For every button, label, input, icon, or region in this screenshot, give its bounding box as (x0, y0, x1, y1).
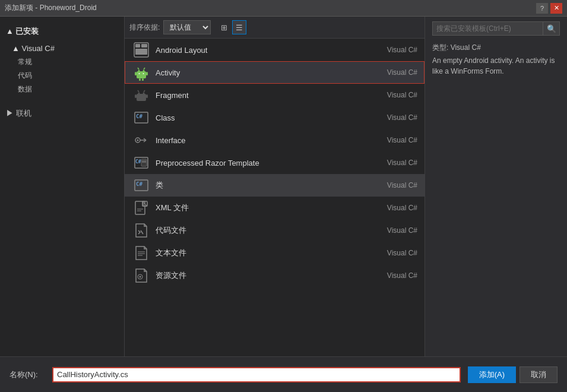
list-view-button[interactable]: ☰ (232, 20, 246, 34)
svg-line-8 (144, 68, 145, 69)
item-name: Activity (156, 68, 387, 77)
item-type: Visual C# (387, 271, 417, 280)
title-bar: 添加新项 - Phoneword_Droid ? ✕ (0, 0, 567, 17)
installed-header[interactable]: ▲ 已安装 (0, 24, 124, 39)
list-item[interactable]: C# Class Visual C# (125, 106, 425, 129)
svg-line-18 (138, 90, 139, 92)
list-item[interactable]: Fragment Visual C# (125, 84, 425, 106)
svg-rect-20 (135, 94, 137, 98)
item-type: Visual C# (387, 136, 417, 144)
close-button[interactable]: ✕ (550, 3, 562, 14)
cancel-button[interactable]: 取消 (520, 366, 558, 383)
svg-point-25 (137, 140, 139, 141)
description-text: An empty Android activity. An activity i… (432, 55, 560, 77)
sidebar: ▲ 已安装 ▲ Visual C# 常规 代码 数据 ▶ 联机 (0, 17, 125, 356)
list-item[interactable]: Android Layout Visual C# (125, 39, 425, 61)
interface-icon (132, 131, 151, 150)
list-item[interactable]: 代码文件 Visual C# (125, 219, 425, 242)
item-type: Visual C# (387, 68, 417, 77)
installed-section: ▲ 已安装 ▲ Visual C# 常规 代码 数据 (0, 21, 124, 101)
svg-text:C#: C# (135, 159, 141, 165)
visual-cs-header[interactable]: ▲ Visual C# (0, 42, 124, 55)
class-icon: C# (132, 108, 151, 127)
normal-label: 常规 (18, 58, 32, 66)
help-button[interactable]: ? (536, 3, 548, 14)
svg-rect-3 (135, 49, 147, 55)
list-item[interactable]: 文本文件 Visual C# (125, 242, 425, 264)
sort-select[interactable]: 默认值 (163, 20, 211, 34)
network-header[interactable]: ▶ 联机 (0, 106, 124, 121)
svg-line-40 (141, 230, 143, 234)
sidebar-item-normal[interactable]: 常规 (0, 55, 124, 69)
search-input[interactable] (432, 21, 543, 36)
svg-rect-21 (146, 94, 148, 98)
window-controls: ? ✕ (536, 3, 562, 14)
sort-label: 排序依据: (129, 23, 160, 33)
name-input[interactable] (52, 367, 461, 382)
list-item[interactable]: 资源文件 Visual C# (125, 264, 425, 287)
razor-icon: C# (132, 153, 151, 172)
svg-point-9 (139, 73, 140, 74)
svg-point-16 (138, 93, 140, 94)
code-file-icon (132, 221, 151, 240)
svg-text:C#: C# (136, 181, 142, 187)
item-type: Visual C# (387, 91, 417, 99)
list-item[interactable]: C# Preprocessed Razor Template Visual C# (125, 151, 425, 174)
svg-rect-11 (135, 72, 137, 75)
xml-icon (132, 198, 151, 217)
installed-label: ▲ 已安装 (6, 26, 39, 37)
item-type: Visual C# (387, 113, 417, 122)
list-item[interactable]: XML 文件 Visual C# (125, 197, 425, 219)
lei-icon: C# (132, 176, 151, 195)
bottom-buttons: 添加(A) 取消 (468, 366, 558, 383)
item-type: Visual C# (387, 159, 417, 167)
add-button[interactable]: 添加(A) (468, 366, 516, 383)
svg-rect-15 (137, 94, 146, 101)
svg-rect-13 (139, 78, 141, 81)
item-list: Android Layout Visual C# (125, 39, 425, 356)
view-icons: ⊞ ☰ (217, 20, 246, 34)
svg-line-7 (138, 68, 139, 69)
search-button[interactable]: 🔍 (543, 21, 560, 36)
svg-rect-1 (135, 44, 140, 48)
item-type: Visual C# (387, 204, 417, 212)
grid-view-button[interactable]: ⊞ (217, 20, 231, 34)
item-type: Visual C# (387, 249, 417, 257)
item-name: 类 (156, 180, 387, 191)
search-icon: 🔍 (547, 24, 556, 33)
item-type: Visual C# (387, 181, 417, 189)
bottom-bar: 名称(N): 添加(A) 取消 (0, 356, 567, 392)
svg-rect-12 (146, 72, 148, 75)
sidebar-item-code[interactable]: 代码 (0, 69, 124, 83)
item-name: XML 文件 (156, 203, 387, 213)
grid-icon: ⊞ (221, 23, 227, 32)
list-icon: ☰ (236, 23, 243, 32)
name-label: 名称(N): (9, 369, 45, 380)
list-item[interactable]: Activity Visual C# (125, 61, 425, 84)
text-file-icon (132, 244, 151, 263)
item-type: Visual C# (387, 46, 417, 54)
list-item[interactable]: Interface Visual C# (125, 129, 425, 151)
item-name: 代码文件 (156, 225, 387, 236)
list-item[interactable]: C# 类 Visual C# (125, 174, 425, 197)
item-name: Preprocessed Razor Template (156, 159, 387, 167)
svg-text:C#: C# (136, 113, 142, 119)
right-panel: 🔍 类型: Visual C# An empty Android activit… (425, 17, 567, 356)
title-text: 添加新项 - Phoneword_Droid (5, 3, 97, 13)
item-name: 资源文件 (156, 270, 387, 281)
svg-point-10 (143, 73, 144, 74)
svg-point-5 (138, 70, 140, 72)
center-panel: 排序依据: 默认值 ⊞ ☰ (125, 17, 425, 356)
svg-rect-2 (141, 44, 147, 48)
svg-rect-31 (141, 159, 147, 166)
sidebar-item-data[interactable]: 数据 (0, 83, 124, 96)
data-label: 数据 (18, 85, 32, 93)
visual-cs-label: ▲ Visual C# (12, 44, 55, 53)
svg-line-19 (144, 90, 145, 92)
svg-point-45 (140, 276, 141, 278)
resource-file-icon (132, 266, 151, 285)
search-bar: 🔍 (432, 21, 560, 36)
type-label: 类型: Visual C# (432, 43, 560, 53)
svg-rect-4 (137, 71, 146, 78)
visual-cs-section: ▲ Visual C# 常规 代码 数据 (0, 39, 124, 99)
